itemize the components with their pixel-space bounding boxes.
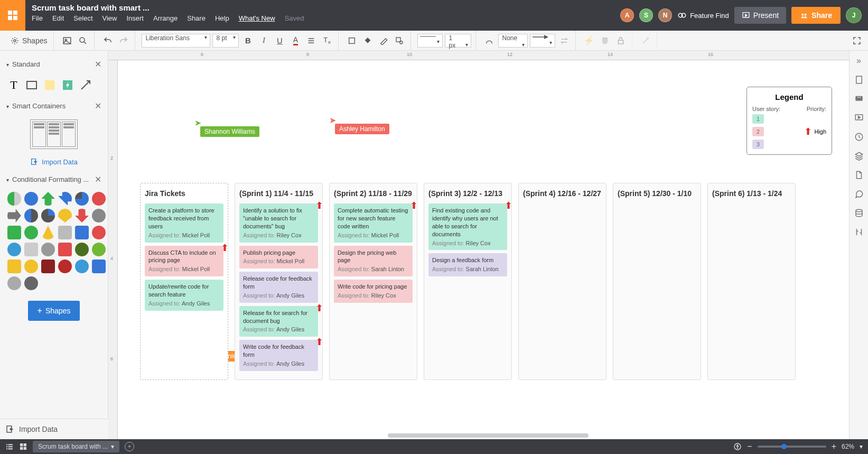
swap-arrows-icon[interactable] bbox=[557, 34, 571, 48]
menu-help[interactable]: Help bbox=[215, 14, 229, 22]
task-card[interactable]: Discuss CTA to include on pricing pageAs… bbox=[145, 246, 223, 277]
sidebar-section-containers[interactable]: ▾Smart Containers ✕ bbox=[4, 97, 104, 115]
task-card[interactable]: Complete automatic testing for new searc… bbox=[334, 203, 413, 242]
cf-x-square-red-icon[interactable] bbox=[58, 243, 72, 256]
board-column[interactable]: (Sprint 6) 1/13 - 1/24 bbox=[707, 183, 796, 380]
cf-toggle-icon[interactable] bbox=[7, 192, 21, 206]
collaborator-avatar-n[interactable]: N bbox=[658, 8, 672, 22]
close-formatting-icon[interactable]: ✕ bbox=[95, 174, 101, 184]
rail-layers-icon[interactable] bbox=[854, 151, 864, 161]
align-icon[interactable] bbox=[304, 34, 318, 48]
cf-sq-blue-icon[interactable] bbox=[92, 260, 106, 273]
cf-arrow-down-red-icon[interactable] bbox=[75, 209, 89, 223]
grid-view-icon[interactable] bbox=[19, 442, 27, 451]
cf-arrow-diag-blue-icon[interactable] bbox=[58, 192, 72, 206]
task-card[interactable]: Design the pricing web pageAssigned to: … bbox=[334, 246, 413, 277]
zoom-slider[interactable] bbox=[758, 446, 826, 448]
add-page-icon[interactable]: + bbox=[125, 442, 134, 451]
collaborator-avatar-s[interactable]: S bbox=[639, 8, 653, 22]
line-style-select[interactable] bbox=[417, 34, 443, 48]
share-button[interactable]: Share bbox=[791, 7, 841, 24]
task-card[interactable]: Design a feedback formAssigned to: Sarah… bbox=[428, 253, 507, 276]
import-data-link[interactable]: Import Data bbox=[4, 153, 104, 170]
accessibility-icon[interactable] bbox=[733, 442, 742, 451]
collaborator-avatar-a[interactable]: A bbox=[620, 8, 634, 22]
cf-circle-dkgreen-icon[interactable] bbox=[75, 243, 89, 256]
feature-find-button[interactable]: Feature Find bbox=[677, 11, 729, 20]
redo-icon[interactable] bbox=[117, 34, 130, 48]
rail-chat-icon[interactable] bbox=[854, 189, 864, 199]
undo-icon[interactable] bbox=[101, 34, 115, 48]
cf-circle-ltblue-icon[interactable] bbox=[75, 260, 89, 273]
current-user-avatar[interactable]: J bbox=[846, 7, 862, 23]
menu-select[interactable]: Select bbox=[73, 14, 92, 22]
close-containers-icon[interactable]: ✕ bbox=[95, 101, 101, 111]
cf-flag-yellow-icon[interactable] bbox=[58, 209, 72, 223]
menu-whats-new[interactable]: What's New bbox=[239, 14, 275, 22]
cf-circle-red-icon[interactable] bbox=[92, 192, 106, 206]
close-standard-icon[interactable]: ✕ bbox=[95, 59, 101, 69]
canvas-area[interactable]: 6 8 10 12 14 16 2 4 6 ➤ Shannon Williams… bbox=[108, 51, 849, 439]
present-button[interactable]: Present bbox=[734, 7, 786, 24]
zoom-in-icon[interactable]: + bbox=[832, 442, 836, 451]
italic-icon[interactable]: I bbox=[257, 34, 270, 48]
list-view-icon[interactable] bbox=[5, 442, 14, 451]
zoom-level[interactable]: 62% bbox=[842, 443, 854, 450]
bold-icon[interactable]: B bbox=[241, 34, 255, 48]
cf-sq-yellow-icon[interactable] bbox=[7, 260, 21, 273]
rail-settings-icon[interactable] bbox=[854, 227, 864, 237]
task-card[interactable]: Identify a solution to fix "unable to se… bbox=[239, 203, 318, 242]
font-size-select[interactable]: 8 pt bbox=[212, 34, 239, 48]
board-column[interactable]: Jira TicketsCreate a platform to store f… bbox=[140, 183, 228, 380]
cf-question-grey-icon[interactable] bbox=[41, 243, 55, 256]
cf-circle-yellow-icon[interactable] bbox=[24, 260, 38, 273]
cf-circle-dkred-icon[interactable] bbox=[58, 260, 72, 273]
task-card[interactable]: Release fix for search for document bugA… bbox=[239, 306, 318, 337]
cf-check-circle-icon[interactable] bbox=[24, 226, 38, 239]
fill-rect-icon[interactable] bbox=[345, 34, 359, 48]
task-card[interactable]: Publish pricing pageAssigned to: Mickel … bbox=[239, 246, 318, 269]
search-icon[interactable] bbox=[76, 34, 90, 48]
document-title[interactable]: Scrum task board with smart ... bbox=[32, 3, 614, 12]
line-width-select[interactable]: 1 px bbox=[445, 34, 471, 48]
bolt-icon[interactable]: ⚡ bbox=[582, 34, 596, 48]
cf-square-grey-icon[interactable] bbox=[58, 226, 72, 239]
cf-circle-dkgrey-icon[interactable] bbox=[24, 276, 38, 290]
note-shape-icon[interactable] bbox=[42, 78, 57, 92]
fill-bucket-icon[interactable] bbox=[361, 34, 375, 48]
task-card[interactable]: Write code for feedback formAssigned to:… bbox=[239, 340, 318, 371]
board-column[interactable]: (Sprint 3) 12/2 - 12/13Find existing cod… bbox=[424, 183, 512, 380]
sidebar-section-formatting[interactable]: ▾Conditional Formatting ... ✕ bbox=[4, 170, 104, 189]
menu-share[interactable]: Share bbox=[187, 14, 206, 22]
rect-shape-icon[interactable] bbox=[24, 78, 39, 92]
cf-circle-grey-icon[interactable] bbox=[92, 209, 106, 223]
board-column[interactable]: (Sprint 1) 11/4 - 11/15Identify a soluti… bbox=[235, 183, 323, 380]
rail-data-icon[interactable] bbox=[854, 170, 864, 180]
legend-box[interactable]: Legend User story: Priority: 1 2 3 ⬆ Hig… bbox=[746, 87, 832, 155]
bolt-shape-icon[interactable] bbox=[60, 78, 75, 92]
board-column[interactable]: (Sprint 5) 12/30 - 1/10 bbox=[613, 183, 701, 380]
collapse-rail-icon[interactable]: » bbox=[856, 56, 861, 66]
rail-page-icon[interactable] bbox=[854, 75, 864, 85]
cf-warning-icon[interactable] bbox=[41, 226, 55, 239]
canvas[interactable]: ➤ Shannon Williams ➤ Ashley Hamilton ➤ N… bbox=[118, 60, 849, 439]
task-card[interactable]: Find existing code and identify why user… bbox=[428, 203, 507, 250]
magnet-icon[interactable] bbox=[598, 34, 612, 48]
cf-x-red-icon[interactable] bbox=[92, 226, 106, 239]
clear-format-icon[interactable]: T× bbox=[320, 34, 334, 48]
cf-check-green-icon[interactable] bbox=[7, 226, 21, 239]
line-curve-icon[interactable] bbox=[482, 34, 496, 48]
rail-comment-icon[interactable] bbox=[854, 94, 864, 104]
font-select[interactable]: Liberation Sans bbox=[142, 34, 210, 48]
insert-image-icon[interactable] bbox=[60, 34, 74, 48]
zoom-out-icon[interactable]: − bbox=[747, 442, 752, 451]
menu-insert[interactable]: Insert bbox=[126, 14, 144, 22]
cf-circle-green2-icon[interactable] bbox=[92, 243, 106, 256]
cf-minus-blue-icon[interactable] bbox=[75, 226, 89, 239]
sidebar-footer[interactable]: Import Data bbox=[0, 419, 108, 439]
task-card[interactable]: Create a platform to store feedback rece… bbox=[145, 203, 223, 242]
task-card[interactable]: Release code for feedback formAssigned t… bbox=[239, 272, 318, 303]
container-template-icon[interactable] bbox=[30, 119, 78, 149]
menu-edit[interactable]: Edit bbox=[52, 14, 64, 22]
rail-present-icon[interactable] bbox=[854, 113, 864, 123]
